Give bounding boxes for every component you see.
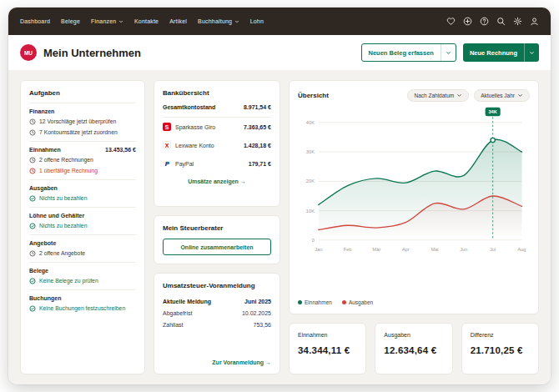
nav-item-belege[interactable]: Belege bbox=[61, 18, 80, 24]
nav-item-finanzen[interactable]: Finanzen bbox=[91, 18, 123, 24]
nav-links: Dashboard Belege Finanzen Kontakte Artik… bbox=[20, 18, 264, 24]
svg-text:34K: 34K bbox=[488, 109, 497, 114]
summary-label: Einnahmen bbox=[298, 332, 357, 338]
task-group-label: Belege bbox=[29, 268, 48, 274]
legend-label: Einnahmen bbox=[305, 299, 332, 305]
clock-icon bbox=[29, 129, 36, 136]
nav-item-artikel[interactable]: Artikel bbox=[169, 18, 187, 24]
vat-row-label: Abgabefrist bbox=[163, 310, 192, 316]
task-item-label: 2 offene Angebote bbox=[39, 250, 85, 256]
filter-year-dropdown[interactable]: Aktuelles Jahr bbox=[474, 89, 530, 102]
summary-card-einnahmen: Einnahmen 34.344,11 € bbox=[289, 323, 366, 374]
vat-card: Umsatzsteuer-Voranmeldung Aktuelle Meldu… bbox=[154, 273, 280, 374]
svg-text:Jul: Jul bbox=[490, 247, 496, 252]
nav-item-label: Artikel bbox=[169, 18, 187, 24]
nav-item-label: Finanzen bbox=[91, 18, 116, 24]
tax-advisor-title: Mein Steuerberater bbox=[163, 224, 271, 232]
plus-circle-icon[interactable] bbox=[463, 17, 472, 26]
dashboard-content: Aufgaben Finanzen 12 Vorschläge jetzt üb… bbox=[8, 70, 551, 384]
summary-card-ausgaben: Ausgaben 12.634,64 € bbox=[375, 323, 452, 374]
vat-row-value: Juni 2025 bbox=[244, 299, 271, 304]
show-transactions-link[interactable]: Umsätze anzeigen → bbox=[163, 178, 271, 184]
heart-icon[interactable] bbox=[446, 17, 456, 26]
svg-text:20K: 20K bbox=[306, 178, 315, 183]
task-item-label: 7 Kontoumsätze jetzt zuordnen bbox=[39, 129, 118, 135]
tasks-title: Aufgaben bbox=[29, 89, 136, 103]
task-group-ausgaben: Ausgaben Nichts zu bezahlen bbox=[29, 180, 136, 208]
vat-row-label: Zahllast bbox=[163, 322, 184, 328]
task-group-label: Buchungen bbox=[29, 295, 62, 301]
revenue-expenses-chart[interactable]: 010K20K30K40KJanFebMärAprMaiJunJulAug34K bbox=[298, 105, 530, 299]
bank-total-value: 8.971,54 € bbox=[244, 104, 271, 110]
svg-text:Jun: Jun bbox=[460, 247, 467, 252]
company-avatar[interactable]: MU bbox=[20, 44, 37, 61]
chevron-down-icon[interactable] bbox=[524, 43, 539, 62]
vat-declaration-link[interactable]: Zur Voranmeldung → bbox=[163, 359, 271, 365]
bank-account-balance: 7.363,65 € bbox=[244, 124, 271, 130]
summary-value: 34.344,11 € bbox=[298, 345, 357, 355]
chevron-down-icon bbox=[456, 93, 462, 98]
task-item-overdue[interactable]: 1 überfällige Rechnung bbox=[29, 165, 136, 176]
bank-account-row[interactable]: X Lexware Konto 1.428,18 € bbox=[163, 136, 271, 154]
bank-account-row[interactable]: P PayPal 179,71 € bbox=[163, 154, 271, 173]
vat-row-value: 10.02.2025 bbox=[242, 310, 271, 316]
nav-item-label: Buchhaltung bbox=[198, 18, 232, 24]
check-circle-icon bbox=[29, 223, 36, 229]
svg-text:40K: 40K bbox=[306, 120, 315, 125]
chevron-down-icon[interactable] bbox=[441, 44, 456, 61]
page-header: MU Mein Unternehmen Neuen Beleg erfassen… bbox=[8, 35, 551, 70]
vat-row: Zahllast 753,56 bbox=[163, 319, 271, 330]
task-item[interactable]: 12 Vorschläge jetzt überprüfen bbox=[29, 116, 136, 127]
header-actions: Neuen Beleg erfassen Neue Rechnung bbox=[361, 43, 539, 62]
task-item-done[interactable]: Keine Buchungen festzuschreiben bbox=[29, 303, 136, 314]
clock-icon bbox=[29, 250, 36, 257]
search-icon[interactable] bbox=[496, 17, 506, 26]
bank-overview-card: Bankübersicht Gesamtkontostand 8.971,54 … bbox=[154, 80, 280, 207]
task-group-label: Löhne und Gehälter bbox=[29, 213, 84, 219]
summary-value: 12.634,64 € bbox=[384, 345, 443, 355]
vat-title: Umsatzsteuer-Voranmeldung bbox=[163, 282, 271, 289]
new-receipt-label[interactable]: Neuen Beleg erfassen bbox=[362, 44, 441, 61]
task-group-amount: 13.453,56 € bbox=[105, 147, 136, 153]
nav-item-buchhaltung[interactable]: Buchhaltung bbox=[198, 18, 239, 24]
vat-row: Aktuelle Meldung Juni 2025 bbox=[163, 295, 271, 307]
paypal-logo-icon: P bbox=[163, 159, 171, 168]
summary-label: Differenz bbox=[471, 332, 530, 338]
nav-item-lohn[interactable]: Lohn bbox=[250, 18, 264, 24]
filter-payment-date-dropdown[interactable]: Nach Zahldatum bbox=[407, 89, 469, 102]
user-icon[interactable] bbox=[530, 17, 539, 26]
svg-text:Jan: Jan bbox=[315, 247, 322, 252]
overview-title: Übersicht bbox=[298, 92, 329, 99]
new-invoice-button[interactable]: Neue Rechnung bbox=[463, 43, 539, 62]
check-circle-icon bbox=[29, 195, 36, 202]
svg-text:Aug: Aug bbox=[517, 247, 526, 252]
tasks-column: Aufgaben Finanzen 12 Vorschläge jetzt üb… bbox=[20, 80, 145, 374]
lexware-logo-icon: X bbox=[163, 141, 171, 149]
bank-account-row[interactable]: S Sparkasse Giro 7.363,65 € bbox=[163, 118, 271, 136]
overview-card: Übersicht Nach Zahldatum Aktuelles Jahr … bbox=[289, 80, 539, 314]
task-item-label: 12 Vorschläge jetzt überprüfen bbox=[39, 118, 116, 124]
summary-label: Ausgaben bbox=[384, 332, 443, 338]
filter-label: Aktuelles Jahr bbox=[481, 93, 515, 98]
collaborate-online-button[interactable]: Online zusammenarbeiten bbox=[163, 239, 271, 255]
help-icon[interactable] bbox=[480, 17, 489, 26]
new-receipt-button[interactable]: Neuen Beleg erfassen bbox=[361, 43, 456, 62]
gear-icon[interactable] bbox=[513, 17, 522, 26]
task-item[interactable]: 2 offene Rechnungen bbox=[29, 154, 136, 165]
task-item-done[interactable]: Keine Belege zu prüfen bbox=[29, 275, 136, 286]
svg-text:10K: 10K bbox=[306, 209, 315, 214]
nav-item-kontakte[interactable]: Kontakte bbox=[134, 18, 159, 24]
task-item-label: Keine Buchungen festzuschreiben bbox=[39, 305, 125, 311]
vat-row: Abgabefrist 10.02.2025 bbox=[163, 307, 271, 319]
clock-icon bbox=[29, 168, 36, 174]
bank-total-label: Gesamtkontostand bbox=[163, 104, 215, 110]
task-item[interactable]: 2 offene Angebote bbox=[29, 248, 136, 259]
task-item-done[interactable]: Nichts zu bezahlen bbox=[29, 220, 136, 231]
task-item-done[interactable]: Nichts zu bezahlen bbox=[29, 193, 136, 204]
right-column: Übersicht Nach Zahldatum Aktuelles Jahr … bbox=[289, 80, 539, 374]
task-item-label: Nichts zu bezahlen bbox=[39, 223, 87, 229]
new-invoice-label[interactable]: Neue Rechnung bbox=[463, 43, 524, 62]
nav-item-dashboard[interactable]: Dashboard bbox=[20, 18, 50, 24]
task-item[interactable]: 7 Kontoumsätze jetzt zuordnen bbox=[29, 127, 136, 138]
task-group-buchungen: Buchungen Keine Buchungen festzuschreibe… bbox=[29, 290, 136, 314]
